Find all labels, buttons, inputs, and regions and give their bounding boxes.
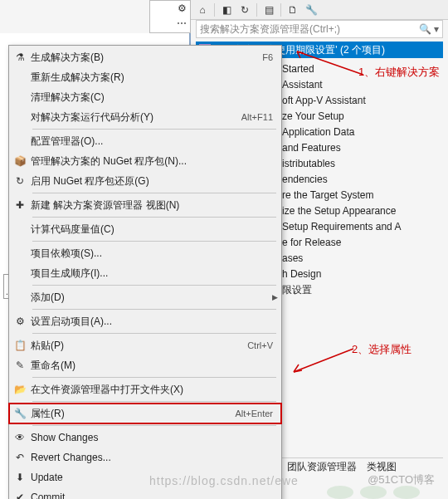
menu-separator — [32, 333, 276, 334]
wrench-icon: 🔧 — [9, 408, 31, 419]
menu-item[interactable]: 📦管理解决方案的 NuGet 程序包(N)... — [9, 151, 281, 171]
menu-item[interactable]: ✔Commit... — [9, 487, 281, 499]
menu-item[interactable]: 配置管理器(O)... — [9, 131, 281, 151]
menu-label: 项目依赖项(S)... — [31, 247, 273, 261]
menu-item[interactable]: 项目依赖项(S)... — [9, 243, 281, 263]
show-all-icon[interactable]: 🗋 — [286, 3, 299, 17]
menu-separator — [32, 425, 276, 426]
menu-separator — [32, 129, 276, 130]
tree-item[interactable]: e for Release — [282, 235, 443, 251]
separator — [214, 3, 215, 17]
menu-label: 属性(R) — [31, 407, 235, 421]
menu-item[interactable]: 📂在文件资源管理器中打开文件夹(X) — [9, 379, 281, 399]
menu-label: 配置管理器(O)... — [31, 135, 273, 149]
menu-separator — [32, 217, 276, 218]
tree-item[interactable]: ases — [282, 251, 443, 267]
menu-item[interactable]: ↻启用 NuGet 程序包还原(G) — [9, 171, 281, 191]
search-placeholder: 搜索解决方案资源管理器(Ctrl+;) — [200, 22, 340, 37]
menu-item[interactable]: 计算代码度量值(C) — [9, 219, 281, 239]
menu-item[interactable]: 清理解决方案(C) — [9, 87, 281, 107]
context-menu: ⚗生成解决方案(B)F6重新生成解决方案(R)清理解决方案(C)对解决方案运行代… — [8, 45, 282, 499]
search-input[interactable]: 搜索解决方案资源管理器(Ctrl+;) 🔍 ▾ — [196, 20, 443, 38]
collapse-icon[interactable]: ▤ — [262, 3, 275, 17]
tree-item[interactable]: ize the Setup Appearance — [282, 203, 443, 219]
menu-item[interactable]: 重新生成解决方案(R) — [9, 67, 281, 87]
tree-item[interactable]: Application Data — [282, 125, 443, 140]
menu-label: 清理解决方案(C) — [31, 91, 273, 105]
annotation-1: 1、右键解决方案 — [358, 65, 440, 80]
svg-point-0 — [327, 486, 353, 499]
annotation-arrow-2 — [290, 347, 357, 380]
menu-item[interactable]: 添加(D)▶ — [9, 287, 281, 307]
menu-item[interactable]: 📋粘贴(P)Ctrl+V — [9, 335, 281, 355]
menu-item[interactable]: 对解决方案运行代码分析(Y)Alt+F11 — [9, 107, 281, 127]
tab-team-explorer[interactable]: 团队资源管理器 — [287, 460, 357, 474]
menu-label: 重命名(M) — [31, 359, 273, 373]
menu-label: Revert Changes... — [31, 452, 273, 463]
menu-separator — [32, 285, 276, 286]
menu-item[interactable]: ⚗生成解决方案(B)F6 — [9, 47, 281, 67]
tree-item[interactable]: istributables — [282, 156, 443, 172]
watermark-url: https://blog.csdn.net/ewe — [149, 474, 299, 487]
tree-item[interactable]: 限设置 — [282, 282, 443, 298]
menu-item[interactable]: ⚙设置启动项目(A)... — [9, 311, 281, 331]
menu-item[interactable]: 🔧属性(R)Alt+Enter — [9, 404, 281, 423]
menu-label: 在文件资源管理器中打开文件夹(X) — [31, 383, 273, 397]
menu-label: 管理解决方案的 NuGet 程序包(N)... — [31, 154, 273, 169]
search-icon: 🔍 ▾ — [419, 23, 439, 35]
overflow-icon[interactable]: ⋯ — [177, 17, 187, 29]
paste-icon: 📋 — [9, 340, 31, 351]
menu-label: 添加(D) — [31, 291, 273, 305]
show-icon: 👁 — [9, 432, 31, 443]
tree-item[interactable]: and Features — [282, 140, 443, 156]
menu-item[interactable]: ✎重命名(M) — [9, 355, 281, 375]
footer-deco — [324, 476, 423, 499]
menu-separator — [32, 309, 276, 310]
menu-label: 粘贴(P) — [31, 339, 247, 353]
refresh-icon[interactable]: ↻ — [238, 3, 251, 17]
menu-item[interactable]: ✚新建 解决方案资源管理器 视图(N) — [9, 195, 281, 215]
home-icon[interactable]: ⌂ — [196, 3, 209, 17]
revert-icon: ↶ — [9, 452, 31, 463]
tree-item[interactable]: h Design — [282, 267, 443, 282]
menu-item[interactable]: ↶Revert Changes... — [9, 448, 281, 467]
menu-label: Commit... — [31, 492, 273, 499]
new-icon: ✚ — [9, 199, 31, 211]
menu-label: Show Changes — [31, 432, 273, 443]
titlebar-corner: ⚙ ⋯ — [149, 0, 191, 33]
svg-point-2 — [393, 486, 420, 499]
menu-label: 生成解决方案(B) — [31, 51, 262, 65]
properties-icon[interactable]: 🔧 — [304, 3, 318, 17]
menu-separator — [32, 401, 276, 402]
restore-icon: ↻ — [9, 175, 31, 187]
separator — [256, 3, 257, 17]
toggle-icon[interactable]: ◧ — [220, 3, 233, 17]
solution-explorer-toolbar: ⌂ ◧ ↻ ▤ 🗋 🔧 — [191, 0, 448, 20]
menu-separator — [32, 241, 276, 242]
menu-separator — [32, 377, 276, 378]
update-icon: ⬇ — [9, 472, 31, 483]
menu-item[interactable]: 项目生成顺序(I)... — [9, 263, 281, 283]
menu-separator — [32, 193, 276, 193]
tree-item[interactable]: ze Your Setup — [282, 109, 443, 125]
menu-hotkey: F6 — [262, 52, 273, 62]
build-icon: ⚗ — [9, 51, 31, 63]
tree-item[interactable]: Setup Requirements and A — [282, 219, 443, 235]
menu-label: 重新生成解决方案(R) — [31, 71, 273, 85]
tree-item[interactable]: re the Target System — [282, 188, 443, 203]
tree-item[interactable]: endencies — [282, 172, 443, 188]
menu-label: 新建 解决方案资源管理器 视图(N) — [31, 198, 273, 213]
folder-icon: 📂 — [9, 384, 31, 395]
svg-point-1 — [360, 486, 387, 499]
annotation-2: 2、选择属性 — [352, 342, 411, 357]
menu-item[interactable]: 👁Show Changes — [9, 428, 281, 448]
menu-label: 设置启动项目(A)... — [31, 315, 273, 329]
submenu-arrow-icon: ▶ — [272, 293, 278, 301]
gear-icon[interactable]: ⚙ — [178, 2, 187, 14]
rename-icon: ✎ — [9, 360, 31, 371]
separator — [280, 3, 281, 17]
nuget-icon: 📦 — [9, 155, 31, 167]
menu-label: 对解决方案运行代码分析(Y) — [31, 110, 241, 125]
menu-label: 启用 NuGet 程序包还原(G) — [31, 174, 273, 188]
menu-hotkey: Alt+Enter — [235, 408, 273, 418]
